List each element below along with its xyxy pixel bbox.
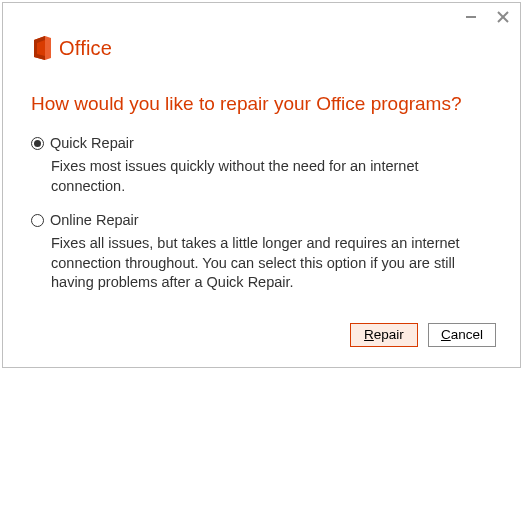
cancel-button-rest: ancel xyxy=(451,327,483,342)
radio-quick-repair[interactable]: Quick Repair xyxy=(31,135,492,151)
repair-button[interactable]: Repair xyxy=(350,323,418,347)
button-row: Repair Cancel xyxy=(3,309,520,347)
option-label: Quick Repair xyxy=(50,135,134,151)
option-description: Fixes most issues quickly without the ne… xyxy=(31,151,492,196)
repair-dialog: Office How would you like to repair your… xyxy=(2,2,521,368)
minimize-icon xyxy=(465,11,477,23)
close-icon xyxy=(497,11,509,23)
titlebar xyxy=(3,3,520,27)
office-logo-icon xyxy=(31,35,53,61)
option-description: Fixes all issues, but takes a little lon… xyxy=(31,228,492,293)
options-group: Quick Repair Fixes most issues quickly w… xyxy=(3,131,520,293)
option-quick-repair: Quick Repair Fixes most issues quickly w… xyxy=(31,135,492,196)
svg-rect-0 xyxy=(466,16,476,18)
brand-row: Office xyxy=(3,27,520,61)
repair-button-rest: epair xyxy=(374,327,404,342)
option-online-repair: Online Repair Fixes all issues, but take… xyxy=(31,212,492,293)
radio-online-repair[interactable]: Online Repair xyxy=(31,212,492,228)
minimize-button[interactable] xyxy=(462,8,480,26)
close-button[interactable] xyxy=(494,8,512,26)
dialog-heading: How would you like to repair your Office… xyxy=(3,61,520,131)
brand-name: Office xyxy=(59,37,112,60)
cancel-button[interactable]: Cancel xyxy=(428,323,496,347)
radio-icon xyxy=(31,137,44,150)
radio-icon xyxy=(31,214,44,227)
option-label: Online Repair xyxy=(50,212,139,228)
